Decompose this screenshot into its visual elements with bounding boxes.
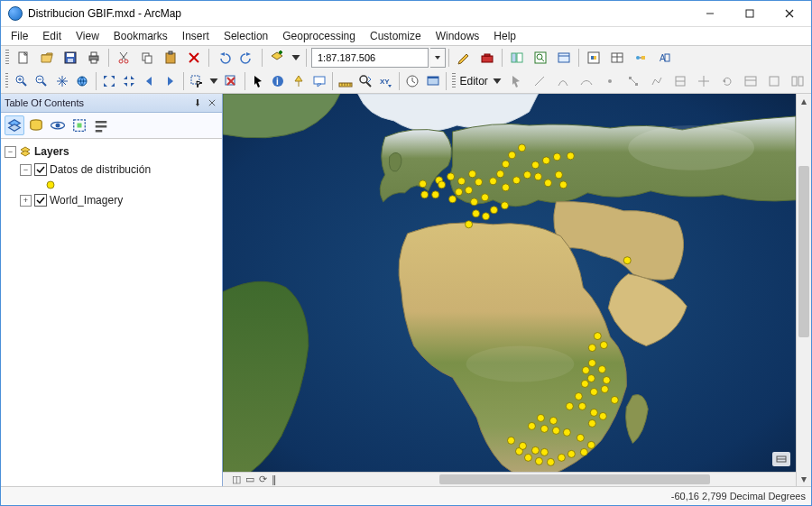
- pan-icon[interactable]: [53, 70, 72, 92]
- pause-drawing-icon[interactable]: ‖: [272, 474, 277, 485]
- layer-checkbox[interactable]: [34, 194, 47, 207]
- python-icon[interactable]: [583, 47, 604, 69]
- table-icon[interactable]: [606, 47, 628, 69]
- select-dropdown-icon[interactable]: [208, 70, 220, 92]
- undo-icon[interactable]: [213, 47, 235, 69]
- expand-icon[interactable]: +: [20, 195, 32, 207]
- horizontal-scrollbar[interactable]: [286, 472, 796, 486]
- svg-point-130: [421, 191, 429, 198]
- minimize-button[interactable]: [690, 1, 730, 26]
- add-data-icon[interactable]: [266, 47, 288, 69]
- svg-rect-10: [91, 52, 97, 56]
- modelbuilder-icon[interactable]: [630, 47, 651, 69]
- svg-point-185: [540, 425, 548, 432]
- catalog-icon[interactable]: [506, 47, 528, 69]
- toc-layer-distribution[interactable]: − Datos de distribución: [5, 161, 218, 179]
- menu-insert[interactable]: Insert: [176, 28, 216, 44]
- toolbar-grip[interactable]: [5, 73, 8, 89]
- editor-menu[interactable]: Editor: [458, 75, 490, 87]
- menu-customize[interactable]: Customize: [364, 28, 428, 44]
- label-manager-icon[interactable]: A: [653, 47, 675, 69]
- collapse-icon[interactable]: −: [20, 164, 32, 176]
- cut-icon[interactable]: [113, 47, 134, 69]
- toc-options-icon[interactable]: [91, 115, 111, 135]
- redo-icon[interactable]: [236, 47, 258, 69]
- back-extent-icon[interactable]: [141, 70, 160, 92]
- scroll-thumb[interactable]: [439, 474, 710, 484]
- menu-bookmarks[interactable]: Bookmarks: [107, 28, 174, 44]
- scroll-up-icon[interactable]: ▴: [797, 94, 811, 108]
- paste-icon[interactable]: [160, 47, 181, 69]
- toc-root-layers[interactable]: − Layers: [5, 143, 218, 161]
- fixed-zoom-out-icon[interactable]: [120, 70, 139, 92]
- list-by-selection-icon[interactable]: [69, 115, 89, 135]
- map-viewport[interactable]: ◫ ▭ ⟳ ‖: [223, 94, 796, 486]
- toc-tree[interactable]: − Layers − Datos de distribución +: [1, 139, 222, 486]
- map-canvas[interactable]: [223, 94, 796, 481]
- maximize-button[interactable]: [730, 1, 770, 26]
- refresh-icon[interactable]: ⟳: [259, 474, 267, 485]
- full-extent-icon[interactable]: [73, 70, 92, 92]
- menu-geoprocessing[interactable]: Geoprocessing: [276, 28, 362, 44]
- toc-close-icon[interactable]: [206, 97, 218, 109]
- select-features-icon[interactable]: [188, 70, 207, 92]
- data-view-icon[interactable]: ◫: [232, 474, 241, 485]
- html-popup-icon[interactable]: [309, 70, 328, 92]
- print-icon[interactable]: [83, 47, 105, 69]
- toolbar-grip[interactable]: [5, 50, 9, 66]
- forward-extent-icon[interactable]: [161, 70, 180, 92]
- view-tabs[interactable]: ◫ ▭ ⟳ ‖: [223, 472, 286, 486]
- list-by-visibility-icon[interactable]: [48, 115, 68, 135]
- toc-pin-icon[interactable]: [191, 97, 204, 109]
- menu-windows[interactable]: Windows: [429, 28, 486, 44]
- save-icon[interactable]: [60, 47, 81, 69]
- copy-icon[interactable]: [136, 47, 158, 69]
- scale-dropdown-icon[interactable]: [430, 48, 446, 68]
- layer-checkbox[interactable]: [34, 163, 47, 176]
- collapse-icon[interactable]: −: [5, 146, 16, 158]
- zoom-out-icon[interactable]: [32, 70, 51, 92]
- list-by-source-icon[interactable]: [26, 115, 46, 135]
- editor-toolbar-icon[interactable]: [453, 47, 475, 69]
- list-by-drawing-order-icon[interactable]: [5, 115, 24, 135]
- clear-selection-icon[interactable]: [222, 70, 241, 92]
- edit-create-features-icon: [787, 70, 808, 92]
- viewer-window-icon[interactable]: [424, 70, 443, 92]
- editor-dropdown-icon[interactable]: [491, 70, 503, 92]
- time-slider-icon[interactable]: [403, 70, 422, 92]
- scroll-down-icon[interactable]: ▾: [797, 472, 811, 486]
- attribution-icon[interactable]: [772, 452, 790, 466]
- menu-help[interactable]: Help: [487, 28, 522, 44]
- search-window-icon[interactable]: [530, 47, 551, 69]
- delete-icon[interactable]: [183, 47, 205, 69]
- new-icon[interactable]: [13, 47, 34, 69]
- toc-layer-imagery[interactable]: + World_Imagery: [5, 191, 218, 209]
- menu-file[interactable]: File: [5, 28, 34, 44]
- scroll-thumb[interactable]: [798, 166, 809, 337]
- scale-field[interactable]: [316, 51, 424, 64]
- zoom-in-icon[interactable]: [12, 70, 31, 92]
- close-button[interactable]: [770, 1, 809, 26]
- svg-point-181: [588, 419, 595, 427]
- toolbox-icon[interactable]: [476, 47, 498, 69]
- arccatalog-icon[interactable]: [553, 47, 575, 69]
- svg-rect-75: [314, 77, 325, 84]
- add-data-dropdown-icon[interactable]: [290, 47, 302, 69]
- layout-view-icon[interactable]: ▭: [245, 474, 254, 485]
- fixed-zoom-in-icon[interactable]: [99, 70, 118, 92]
- menu-view[interactable]: View: [69, 28, 106, 44]
- identify-icon[interactable]: i: [269, 70, 288, 92]
- menu-edit[interactable]: Edit: [36, 28, 68, 44]
- svg-point-155: [544, 179, 551, 187]
- measure-icon[interactable]: [337, 70, 355, 92]
- go-to-xy-icon[interactable]: XY: [377, 70, 396, 92]
- toolbar-grip[interactable]: [452, 73, 455, 89]
- find-icon[interactable]: [356, 70, 375, 92]
- menu-selection[interactable]: Selection: [217, 28, 274, 44]
- open-icon[interactable]: [36, 47, 58, 69]
- scale-input[interactable]: [311, 48, 429, 68]
- hyperlink-icon[interactable]: [290, 70, 309, 92]
- toc-layer-symbol[interactable]: [5, 179, 218, 191]
- pointer-icon[interactable]: [249, 70, 268, 92]
- vertical-scrollbar[interactable]: ▴ ▾: [796, 94, 811, 486]
